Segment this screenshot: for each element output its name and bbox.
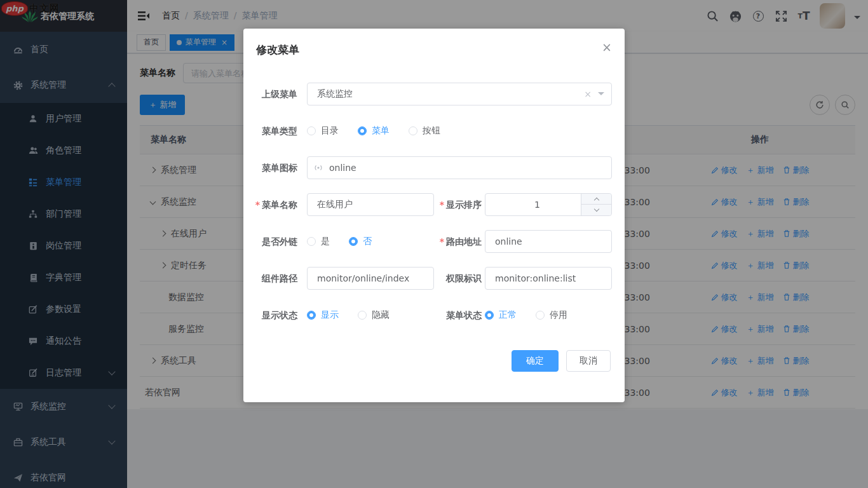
stepper-down-icon[interactable] <box>581 205 611 215</box>
stepper-up-icon[interactable] <box>581 194 611 205</box>
route-path-label: 路由地址 <box>421 230 482 253</box>
menu-name-input[interactable] <box>307 193 434 216</box>
menu-icon-label: 菜单图标 <box>243 156 297 179</box>
parent-menu-select[interactable]: × <box>307 83 612 105</box>
radio-type-directory[interactable]: 目录 <box>307 125 339 137</box>
perms-label: 权限标识 <box>421 267 482 290</box>
parent-menu-value[interactable] <box>307 83 612 105</box>
order-label: 显示排序 <box>421 193 482 216</box>
external-label: 是否外链 <box>243 230 297 253</box>
edit-menu-form: 上级菜单 × 菜单类型 目录 菜单 按钮 菜单图标 <box>243 83 612 341</box>
component-label: 组件路径 <box>243 267 297 290</box>
radio-external-yes[interactable]: 是 <box>307 236 330 247</box>
component-path-input[interactable] <box>307 267 434 290</box>
clear-icon[interactable]: × <box>584 89 592 99</box>
radio-visible-show[interactable]: 显示 <box>307 309 339 321</box>
edit-menu-dialog: 修改菜单 × 上级菜单 × 菜单类型 目录 菜单 按钮 菜单图标 <box>243 29 625 402</box>
dialog-close-icon[interactable]: × <box>602 41 612 53</box>
radio-type-menu[interactable]: 菜单 <box>358 125 390 137</box>
select-caret-icon <box>598 92 604 98</box>
menu-icon-row: 菜单图标 <box>243 156 612 179</box>
visible-status-row: 显示状态 显示 隐藏 菜单状态 正常 停用 <box>243 304 612 327</box>
radio-type-button[interactable]: 按钮 <box>409 125 440 137</box>
radio-external-no[interactable]: 否 <box>349 236 372 247</box>
status-label: 菜单状态 <box>421 304 482 327</box>
menu-type-row: 菜单类型 目录 菜单 按钮 <box>243 119 612 142</box>
route-path-input[interactable] <box>485 230 612 253</box>
radio-status-disabled[interactable]: 停用 <box>536 309 567 321</box>
dialog-title: 修改菜单 <box>256 43 299 57</box>
menu-name-label: 菜单名称 <box>243 193 297 216</box>
external-path-row: 是否外链 是 否 路由地址 <box>243 230 612 253</box>
name-order-row: 菜单名称 显示排序 <box>243 193 612 216</box>
radio-visible-hide[interactable]: 隐藏 <box>358 309 390 321</box>
radio-status-normal[interactable]: 正常 <box>485 309 517 321</box>
perms-input[interactable] <box>485 267 612 290</box>
broadcast-icon <box>313 163 323 173</box>
parent-menu-row: 上级菜单 × <box>243 83 612 105</box>
dialog-footer: 确定 取消 <box>512 350 611 372</box>
menu-type-label: 菜单类型 <box>243 119 297 142</box>
confirm-button[interactable]: 确定 <box>512 350 559 372</box>
order-stepper <box>485 193 612 216</box>
menu-icon-input[interactable] <box>307 156 612 179</box>
cancel-button[interactable]: 取消 <box>566 350 611 372</box>
parent-menu-label: 上级菜单 <box>243 83 297 105</box>
visible-label: 显示状态 <box>243 304 297 327</box>
component-perms-row: 组件路径 权限标识 <box>243 267 612 290</box>
